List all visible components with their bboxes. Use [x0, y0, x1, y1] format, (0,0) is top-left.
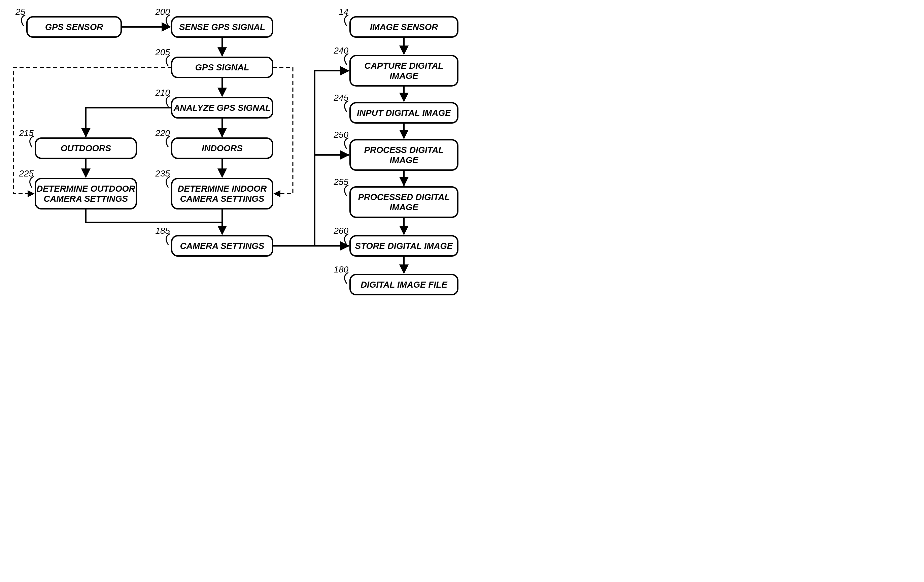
label-process-2: IMAGE — [389, 155, 418, 165]
arrow-det-outdoor-to-settings — [86, 209, 222, 235]
label-processed-1: PROCESSED DIGITAL — [358, 192, 450, 202]
ref-det-outdoor: 225 — [19, 169, 34, 179]
node-gps-signal: GPS SIGNAL 205 — [155, 47, 273, 78]
label-capture-2: IMAGE — [389, 71, 418, 81]
node-gps-sensor: GPS SENSOR 25 — [15, 7, 121, 37]
node-capture: CAPTURE DIGITAL IMAGE 240 — [333, 45, 458, 86]
label-process-1: PROCESS DIGITAL — [364, 145, 444, 155]
label-image-sensor: IMAGE SENSOR — [370, 22, 438, 32]
node-image-sensor: IMAGE SENSOR 14 — [338, 7, 458, 37]
node-det-outdoor: DETERMINE OUTDOOR CAMERA SETTINGS 225 — [19, 169, 136, 209]
label-det-outdoor-2: CAMERA SETTINGS — [44, 193, 128, 204]
ref-input-img: 245 — [333, 93, 349, 103]
ref-file: 180 — [334, 265, 349, 274]
label-camera-settings: CAMERA SETTINGS — [180, 241, 265, 251]
label-gps-signal: GPS SIGNAL — [195, 62, 249, 73]
label-analyze: ANALYZE GPS SIGNAL — [173, 103, 271, 113]
node-file: DIGITAL IMAGE FILE 180 — [334, 265, 458, 295]
label-gps-sensor: GPS SENSOR — [45, 22, 103, 32]
flowchart-diagram: GPS SENSOR 25 SENSE GPS SIGNAL 200 GPS S… — [0, 0, 498, 340]
node-processed: PROCESSED DIGITAL IMAGE 255 — [333, 177, 458, 217]
node-sense-gps: SENSE GPS SIGNAL 200 — [155, 7, 273, 37]
label-input-img: INPUT DIGITAL IMAGE — [357, 108, 451, 118]
label-capture-1: CAPTURE DIGITAL — [365, 61, 444, 71]
dash-signal-to-det-outdoor — [13, 67, 172, 193]
label-outdoors: OUTDOORS — [61, 143, 111, 153]
label-sense-gps: SENSE GPS SIGNAL — [179, 22, 265, 32]
label-processed-2: IMAGE — [389, 202, 418, 212]
node-det-indoor: DETERMINE INDOOR CAMERA SETTINGS 235 — [155, 169, 273, 209]
ref-processed: 255 — [333, 177, 349, 187]
ref-sense-gps: 200 — [155, 7, 170, 17]
node-input-img: INPUT DIGITAL IMAGE 245 — [333, 93, 458, 123]
ref-indoors: 220 — [155, 128, 170, 138]
ref-outdoors: 215 — [19, 128, 34, 138]
node-analyze: ANALYZE GPS SIGNAL 210 — [155, 88, 273, 118]
dash-signal-to-det-indoor — [273, 67, 293, 193]
ref-camera-settings: 185 — [155, 226, 170, 236]
ref-process: 250 — [333, 130, 349, 140]
label-indoors: INDOORS — [201, 143, 243, 153]
node-store: STORE DIGITAL IMAGE 260 — [333, 226, 458, 256]
node-outdoors: OUTDOORS 215 — [19, 128, 136, 158]
label-det-indoor-2: CAMERA SETTINGS — [180, 193, 265, 204]
node-process: PROCESS DIGITAL IMAGE 250 — [333, 130, 458, 170]
ref-gps-signal: 205 — [155, 47, 170, 57]
label-det-outdoor-1: DETERMINE OUTDOOR — [36, 184, 135, 193]
node-indoors: INDOORS 220 — [155, 128, 273, 158]
node-camera-settings: CAMERA SETTINGS 185 — [155, 226, 273, 256]
ref-capture: 240 — [333, 45, 349, 56]
ref-analyze: 210 — [155, 88, 170, 98]
label-det-indoor-1: DETERMINE INDOOR — [178, 184, 267, 193]
ref-store: 260 — [333, 226, 349, 236]
label-file: DIGITAL IMAGE FILE — [361, 279, 447, 289]
ref-det-indoor: 235 — [155, 169, 170, 179]
label-store: STORE DIGITAL IMAGE — [355, 241, 453, 251]
